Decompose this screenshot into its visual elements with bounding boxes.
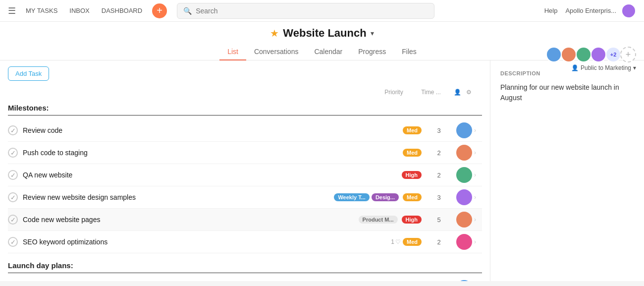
public-chevron-icon: ▾ [633,64,636,71]
col-header-assign: 👤 [448,89,466,96]
col-header-priority: Priority [374,89,414,96]
add-project-button[interactable]: + [152,3,167,18]
task-tags-review-design: Weekly T... Desig... [334,193,399,201]
expand-icon[interactable]: › [474,194,482,201]
task-time-review-code: 3 [422,127,456,134]
task-time-review-design: 3 [422,194,456,201]
task-name-seo: SEO keyword optimizations [23,238,387,246]
task-time-code-pages: 5 [422,216,456,224]
task-name-push-code: Push code to staging [23,149,399,157]
description-text: Planning for our new website launch in A… [500,82,634,103]
current-user-avatar[interactable] [621,3,636,18]
task-name-review-design: Review new website design samples [23,193,334,201]
team-add-member-button[interactable]: + [620,47,636,62]
public-label-text: Public to Marketing [581,64,631,71]
task-avatar-push-code[interactable] [456,145,472,161]
expand-icon[interactable]: › [474,238,482,245]
priority-badge-seo: Med [403,238,422,246]
task-check-review-code[interactable]: ✓ [8,125,18,135]
tab-progress[interactable]: Progress [350,44,394,60]
tag-design[interactable]: Desig... [372,193,399,201]
team-avatar-2[interactable] [561,47,577,62]
task-row[interactable]: ✓ Review code Med 3 › [8,119,482,142]
task-row[interactable]: ✓ Push code to staging Med 2 › [8,142,482,164]
public-label[interactable]: 👤 Public to Marketing ▾ [571,64,636,71]
task-list-area: Add Task Priority Time ... 👤 ⚙ Milestone… [0,60,490,281]
tag-weekly[interactable]: Weekly T... [334,193,369,201]
priority-badge-qa: High [402,171,422,179]
task-check-push-code[interactable]: ✓ [8,148,18,158]
task-check-review-design[interactable]: ✓ [8,192,18,202]
task-time-push-code: 2 [422,149,456,157]
nav-links: MY TASKS INBOX DASHBOARD [26,7,142,14]
project-title-row: ★ Website Launch ▾ [270,27,374,40]
right-panel: DESCRIPTION Planning for our new website… [490,60,644,281]
priority-badge-code-pages: High [402,216,422,224]
top-nav: ☰ MY TASKS INBOX DASHBOARD + 🔍 Help Apol… [0,0,644,22]
col-header-time: Time ... [414,89,448,96]
task-time-qa: 2 [422,172,456,179]
task-name-review-code: Review code [23,126,399,134]
section-milestones-header: Milestones: [8,100,482,115]
team-avatar-4[interactable] [590,47,606,62]
project-tabs: List Conversations Calendar Progress Fil… [219,44,425,60]
project-title: Website Launch [283,27,366,40]
task-avatar-social[interactable] [456,280,472,281]
task-row[interactable]: ✓ QA new website High 2 › [8,164,482,186]
priority-badge-review-design: Med [403,193,422,201]
tag-product[interactable]: Product M... [359,216,398,224]
expand-icon[interactable]: › [474,172,482,178]
user-info[interactable]: Apollo Enterpris... [565,7,616,14]
task-row[interactable]: ✓ SEO keyword optimizations 1♡ Med 2 › [8,231,482,253]
task-avatar-seo[interactable] [456,234,472,250]
task-avatar-qa[interactable] [456,167,472,183]
menu-icon[interactable]: ☰ [8,5,16,16]
star-icon: ★ [270,27,279,39]
task-row[interactable]: ✓ Review new website design samples Week… [8,186,482,209]
person-icon: 👤 [571,64,579,71]
team-avatars: +2 + [546,47,636,62]
nav-right: Help Apollo Enterpris... [544,3,636,18]
expand-icon[interactable]: › [474,127,482,134]
team-extra-count[interactable]: +2 [605,47,621,62]
nav-my-tasks[interactable]: MY TASKS [26,7,57,14]
task-row[interactable]: ✓ Code new website pages Product M... Hi… [8,209,482,231]
task-time-seo: 2 [422,238,456,246]
task-name-qa: QA new website [23,171,398,179]
section-milestones: Milestones: ✓ Review code Med 3 › ✓ Push… [8,100,482,253]
search-bar: 🔍 [177,3,434,19]
team-avatar-3[interactable] [576,47,591,62]
help-button[interactable]: Help [544,7,558,14]
task-check-code-pages[interactable]: ✓ [8,215,18,225]
like-count-seo: 1♡ [391,238,401,245]
section-launch: Launch day plans: ✓ Social campaign/cont… [8,257,482,281]
task-check-qa[interactable]: ✓ [8,170,18,180]
task-avatar-code-pages[interactable] [456,212,472,228]
tab-list[interactable]: List [219,44,246,60]
search-input[interactable] [196,7,428,15]
task-avatar-review-code[interactable] [456,122,472,138]
expand-icon[interactable]: › [474,149,482,156]
task-avatar-review-design[interactable] [456,189,472,205]
project-chevron-icon[interactable]: ▾ [371,29,374,37]
add-task-button[interactable]: Add Task [8,66,49,81]
tab-files[interactable]: Files [394,44,425,60]
col-header-settings[interactable]: ⚙ [466,89,482,96]
priority-badge-review-code: Med [403,126,422,134]
task-name-code-pages: Code new website pages [23,216,359,224]
team-avatar-1[interactable] [546,47,562,62]
tab-calendar[interactable]: Calendar [306,44,350,60]
search-icon: 🔍 [183,7,192,15]
task-tags-code-pages: Product M... [359,216,398,224]
nav-dashboard[interactable]: DASHBOARD [102,7,142,14]
task-check-seo[interactable]: ✓ [8,237,18,247]
priority-badge-push-code: Med [403,149,422,157]
task-row[interactable]: ✓ Social campaign/contest Jun 23 Med 1 › [8,277,482,281]
section-launch-header: Launch day plans: [8,257,482,273]
main-area: Add Task Priority Time ... 👤 ⚙ Milestone… [0,60,644,281]
expand-icon[interactable]: › [474,216,482,223]
nav-inbox[interactable]: INBOX [69,7,89,14]
tab-conversations[interactable]: Conversations [246,44,307,60]
column-headers: Priority Time ... 👤 ⚙ [8,87,482,98]
